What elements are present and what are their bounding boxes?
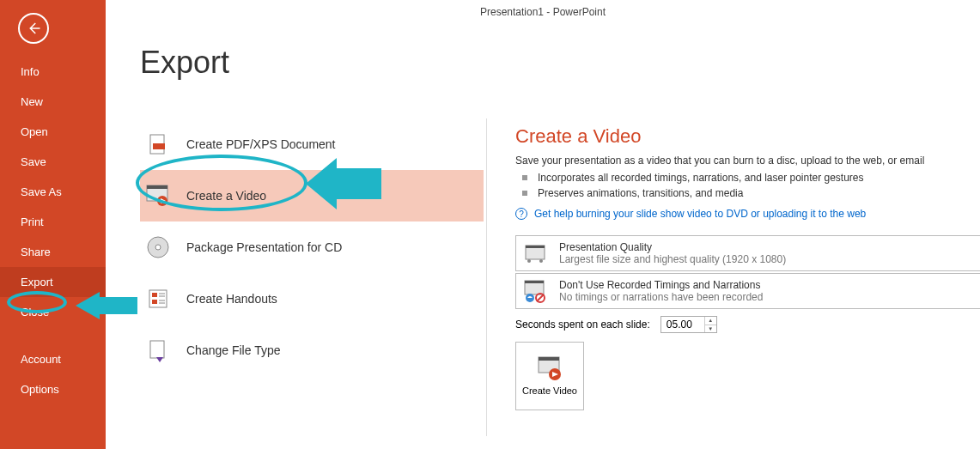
bullet-item: Incorporates all recorded timings, narra… [522,172,980,184]
spinner-up[interactable]: ▲ [705,317,716,325]
export-details: Create a Video Save your presentation as… [515,125,980,410]
nav-close[interactable]: Close [0,297,106,327]
nav-export[interactable]: Export [0,267,106,297]
details-title: Create a Video [515,125,980,148]
quality-dropdown[interactable]: Presentation Quality Largest file size a… [515,235,980,271]
backstage-sidebar: Info New Open Save Save As Print Share E… [0,0,106,449]
bullet-text: Incorporates all recorded timings, narra… [538,172,864,184]
spinner-down[interactable]: ▼ [705,325,716,333]
main-area: Export Create PDF/XPS Document Create a … [106,24,980,449]
svg-rect-25 [539,357,559,361]
nav-print[interactable]: Print [0,207,106,237]
svg-rect-20 [525,281,544,283]
export-pdf-xps[interactable]: Create PDF/XPS Document [140,118,484,170]
create-video-button[interactable]: Create Video [515,342,584,410]
timings-dropdown[interactable]: Don't Use Recorded Timings and Narration… [515,273,980,309]
help-icon: ? [515,208,527,220]
export-options-list: Create PDF/XPS Document Create a Video P… [140,118,484,376]
quality-title: Presentation Quality [559,241,980,253]
svg-rect-1 [153,143,165,149]
export-opt-label: Create a Video [186,189,266,203]
help-link[interactable]: ? Get help burning your slide show video… [515,208,980,220]
svg-rect-11 [152,300,157,304]
export-package-cd[interactable]: Package Presentation for CD [140,221,484,273]
help-link-text: Get help burning your slide show video t… [534,208,866,220]
cd-icon [145,234,171,260]
nav-new[interactable]: New [0,87,106,117]
nav-share[interactable]: Share [0,237,106,267]
nav-save[interactable]: Save [0,147,106,177]
create-video-label: Create Video [522,385,577,397]
window-title: Presentation1 - PowerPoint [480,6,606,18]
svg-point-6 [155,245,161,250]
export-opt-label: Create PDF/XPS Document [186,137,336,151]
nav-info[interactable]: Info [0,57,106,87]
quality-sub: Largest file size and highest quality (1… [559,253,980,265]
quality-icon [523,240,549,266]
nav-save-as[interactable]: Save As [0,177,106,207]
svg-rect-3 [147,185,167,189]
timings-icon [523,278,549,304]
export-create-video[interactable]: Create a Video [140,170,484,221]
svg-point-18 [539,259,543,263]
timings-sub: No timings or narrations have been recor… [559,291,980,303]
handout-icon [145,286,171,312]
bullet-item: Preserves animations, transitions, and m… [522,187,980,199]
timings-title: Don't Use Recorded Timings and Narration… [559,279,980,291]
export-opt-label: Change File Type [186,343,280,357]
nav-open[interactable]: Open [0,117,106,147]
bullet-text: Preserves animations, transitions, and m… [538,187,743,199]
svg-rect-8 [152,293,157,297]
title-bar: Presentation1 - PowerPoint [106,0,980,24]
export-handouts[interactable]: Create Handouts [140,273,484,325]
filetype-icon [145,337,171,363]
export-opt-label: Create Handouts [186,292,277,306]
nav-account[interactable]: Account [0,344,106,374]
nav-options[interactable]: Options [0,374,106,404]
svg-line-23 [537,294,544,301]
svg-point-17 [527,259,531,263]
video-icon [145,183,171,209]
svg-rect-14 [150,341,164,358]
export-change-file-type[interactable]: Change File Type [140,325,484,376]
seconds-input[interactable] [661,317,704,332]
page-title: Export [140,45,980,81]
vertical-divider [486,118,487,436]
svg-rect-16 [526,246,545,248]
seconds-spinner[interactable]: ▲ ▼ [660,316,717,333]
details-desc: Save your presentation as a video that y… [515,155,980,167]
back-arrow-icon [26,21,41,36]
seconds-label: Seconds spent on each slide: [515,319,650,331]
create-video-icon [536,355,563,381]
back-button[interactable] [18,13,49,44]
export-opt-label: Package Presentation for CD [186,240,342,254]
pdf-icon [145,131,171,157]
